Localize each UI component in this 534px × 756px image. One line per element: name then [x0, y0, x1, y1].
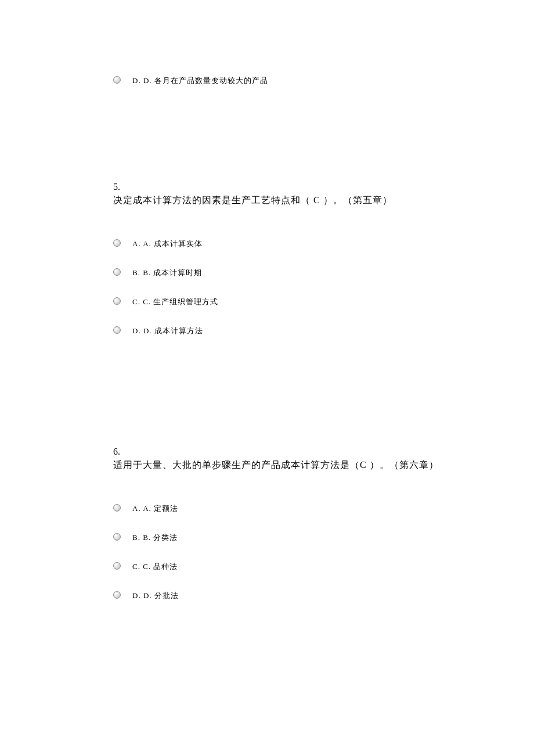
option-row: B. B. 分类法: [113, 532, 534, 543]
option-row: A. A. 定额法: [113, 503, 534, 514]
options-group: A. A. 定额法 B. B. 分类法 C. C. 品种法 D. D. 分批法: [113, 503, 534, 601]
option-a-text: A. A. 成本计算实体: [132, 239, 203, 249]
radio-icon[interactable]: [113, 239, 121, 247]
option-d-text: D. D. 成本计算方法: [132, 326, 203, 336]
option-c-text: C. C. 品种法: [132, 561, 178, 572]
option-d-text: D. D. 各月在产品数量变动较大的产品: [132, 75, 268, 86]
radio-icon[interactable]: [113, 326, 121, 334]
radio-icon[interactable]: [113, 76, 121, 84]
option-row: D. D. 分批法: [113, 591, 534, 601]
radio-icon[interactable]: [113, 504, 121, 512]
radio-icon[interactable]: [113, 562, 121, 570]
option-a-text: A. A. 定额法: [132, 503, 178, 514]
radio-icon[interactable]: [113, 297, 121, 305]
option-row: D. D. 各月在产品数量变动较大的产品: [113, 75, 534, 86]
question-5: 5. 决定成本计算方法的因素是生产工艺特点和（ C ）。（第五章） A. A. …: [113, 182, 534, 336]
option-row: D. D. 成本计算方法: [113, 326, 534, 336]
question-6: 6. 适用于大量、大批的单步骤生产的产品成本计算方法是（C ）。（第六章） A.…: [113, 447, 534, 601]
document-content: D. D. 各月在产品数量变动较大的产品 5. 决定成本计算方法的因素是生产工艺…: [0, 0, 534, 601]
option-d-text: D. D. 分批法: [132, 591, 179, 601]
question-text: 决定成本计算方法的因素是生产工艺特点和（ C ）。（第五章）: [113, 195, 534, 207]
question-number: 6.: [113, 447, 534, 457]
question-text: 适用于大量、大批的单步骤生产的产品成本计算方法是（C ）。（第六章）: [113, 459, 534, 471]
option-c-text: C. C. 生产组织管理方式: [132, 297, 218, 307]
option-row: A. A. 成本计算实体: [113, 239, 534, 249]
radio-icon[interactable]: [113, 268, 121, 276]
question-number: 5.: [113, 182, 534, 192]
radio-icon[interactable]: [113, 591, 121, 599]
option-b-text: B. B. 分类法: [132, 532, 178, 543]
option-b-text: B. B. 成本计算时期: [132, 268, 202, 278]
radio-icon[interactable]: [113, 533, 121, 541]
options-group: A. A. 成本计算实体 B. B. 成本计算时期 C. C. 生产组织管理方式…: [113, 239, 534, 336]
option-row: C. C. 生产组织管理方式: [113, 297, 534, 307]
option-row: C. C. 品种法: [113, 561, 534, 572]
option-row: B. B. 成本计算时期: [113, 268, 534, 278]
